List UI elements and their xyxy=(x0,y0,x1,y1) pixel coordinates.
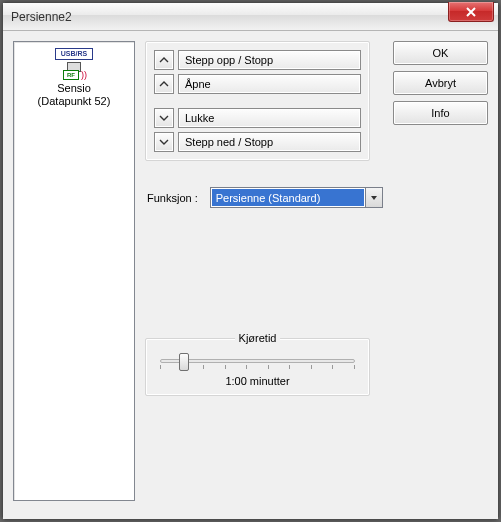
window-title: Persienne2 xyxy=(11,10,72,24)
chevron-down-icon xyxy=(159,113,169,123)
dialog-window: Persienne2 USB/RS RF )) Sensio (Datapunk… xyxy=(2,2,499,520)
ok-button[interactable]: OK xyxy=(393,41,488,65)
open-label[interactable]: Åpne xyxy=(178,74,361,94)
device-list[interactable]: USB/RS RF )) Sensio (Datapunkt 52) xyxy=(13,41,135,501)
step-down-row: Stepp ned / Stopp xyxy=(154,132,361,152)
runtime-legend: Kjøretid xyxy=(235,332,281,344)
main-column: Stepp opp / Stopp Åpne Lukke xyxy=(145,41,383,509)
chevron-down-icon xyxy=(159,137,169,147)
step-down-label[interactable]: Stepp ned / Stopp xyxy=(178,132,361,152)
step-up-button[interactable] xyxy=(154,50,174,70)
close-button[interactable] xyxy=(448,2,494,22)
chevron-up-icon xyxy=(159,79,169,89)
cancel-button[interactable]: Avbryt xyxy=(393,71,488,95)
slider-thumb[interactable] xyxy=(179,353,189,371)
rf-badge: RF xyxy=(63,70,79,80)
actions-group: Stepp opp / Stopp Åpne Lukke xyxy=(145,41,370,161)
device-icon[interactable]: USB/RS RF )) xyxy=(55,48,93,80)
close-icon xyxy=(465,7,477,17)
dialog-buttons: OK Avbryt Info xyxy=(393,41,488,509)
step-down-button[interactable] xyxy=(154,132,174,152)
chevron-up-icon xyxy=(159,55,169,65)
close-label[interactable]: Lukke xyxy=(178,108,361,128)
runtime-value: 1:00 minutter xyxy=(156,375,359,387)
runtime-slider[interactable] xyxy=(160,359,355,363)
device-datapoint: (Datapunkt 52) xyxy=(14,95,134,108)
step-up-label[interactable]: Stepp opp / Stopp xyxy=(178,50,361,70)
device-name: Sensio xyxy=(14,82,134,95)
function-label: Funksjon : xyxy=(145,192,198,204)
rf-waves-icon: )) xyxy=(81,70,87,80)
info-button[interactable]: Info xyxy=(393,101,488,125)
usb-rs-label: USB/RS xyxy=(55,48,93,60)
function-selected: Persienne (Standard) xyxy=(212,189,364,206)
step-up-row: Stepp opp / Stopp xyxy=(154,50,361,70)
client-area: USB/RS RF )) Sensio (Datapunkt 52) Stepp… xyxy=(3,31,498,519)
function-combobox[interactable]: Persienne (Standard) xyxy=(210,187,383,208)
function-row: Funksjon : Persienne (Standard) xyxy=(145,187,383,208)
combobox-dropdown-button[interactable] xyxy=(365,188,382,207)
close-row: Lukke xyxy=(154,108,361,128)
triangle-down-icon xyxy=(370,194,378,202)
open-button[interactable] xyxy=(154,74,174,94)
runtime-group: Kjøretid 1:00 minutter xyxy=(145,338,370,396)
title-bar[interactable]: Persienne2 xyxy=(3,3,498,31)
open-row: Åpne xyxy=(154,74,361,94)
close-blind-button[interactable] xyxy=(154,108,174,128)
